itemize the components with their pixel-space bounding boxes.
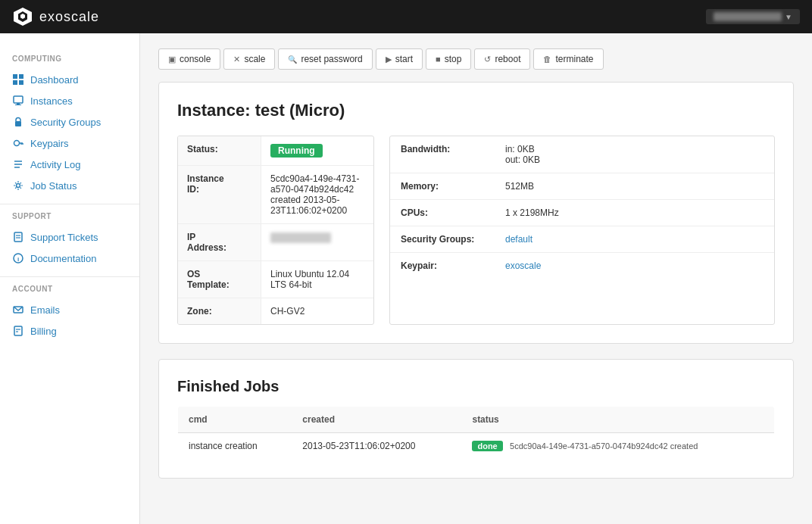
console-label: console xyxy=(180,54,211,64)
svg-rect-19 xyxy=(14,232,22,242)
sidebar-item-instances-label: Instances xyxy=(30,95,73,107)
terminate-icon: 🗑 xyxy=(543,55,551,64)
ip-row: IPAddress: xyxy=(178,224,373,261)
console-button[interactable]: ▣ console xyxy=(158,48,220,70)
status-value: Running xyxy=(261,136,373,165)
svg-point-11 xyxy=(14,141,20,146)
logo: exoscale xyxy=(12,6,99,27)
sidebar-item-dashboard[interactable]: Dashboard xyxy=(0,69,139,90)
job-status: done 5cdc90a4-149e-4731-a570-0474b924dc4… xyxy=(461,433,774,460)
status-label: Status: xyxy=(178,136,261,165)
main-content: ▣ console ✕ scale 🔍 reset password ▶ sta… xyxy=(140,33,812,524)
info-icon: i xyxy=(12,252,24,264)
key-icon xyxy=(12,137,24,149)
terminate-button[interactable]: 🗑 terminate xyxy=(533,48,603,70)
cpus-value: 1 x 2198MHz xyxy=(496,200,568,226)
sidebar-item-emails[interactable]: Emails xyxy=(0,299,139,320)
bandwidth-out: out: 0KB xyxy=(505,154,540,165)
reset-password-button[interactable]: 🔍 reset password xyxy=(278,48,372,70)
keypair-link[interactable]: exoscale xyxy=(505,260,541,271)
bandwidth-in: in: 0KB xyxy=(505,144,540,154)
svg-rect-9 xyxy=(15,104,21,105)
instance-id-text: 5cdc90a4-149e-4731-a570-0474b924dc42 xyxy=(270,173,359,195)
instance-right-table: Bandwidth: in: 0KB out: 0KB Memory: 512M… xyxy=(389,136,775,325)
account-section-label: ACCOUNT xyxy=(0,285,139,299)
sidebar-item-security-groups[interactable]: Security Groups xyxy=(0,111,139,133)
svg-rect-10 xyxy=(15,121,21,126)
terminate-label: terminate xyxy=(555,54,593,64)
grid-icon xyxy=(12,73,24,86)
stop-label: stop xyxy=(445,54,462,64)
bandwidth-row: Bandwidth: in: 0KB out: 0KB xyxy=(390,136,774,173)
os-row: OSTemplate: Linux Ubuntu 12.04 LTS 64-bi… xyxy=(178,261,373,298)
cpus-row: CPUs: 1 x 2198MHz xyxy=(390,200,774,226)
memory-row: Memory: 512MB xyxy=(390,173,774,200)
sidebar-item-emails-label: Emails xyxy=(30,304,60,316)
finished-jobs-title: Finished Jobs xyxy=(177,378,775,395)
svg-rect-6 xyxy=(19,80,23,85)
ip-blur xyxy=(270,232,331,243)
jobs-table: cmd created status instance creation 201… xyxy=(177,406,775,460)
reboot-icon: ↺ xyxy=(484,55,491,64)
sidebar-item-activity-log[interactable]: Activity Log xyxy=(0,154,139,175)
sidebar-item-support-tickets-label: Support Tickets xyxy=(30,232,98,243)
svg-rect-5 xyxy=(13,80,17,85)
job-result: 5cdc90a4-149e-4731-a570-0474b924dc42 cre… xyxy=(510,441,698,451)
toolbar: ▣ console ✕ scale 🔍 reset password ▶ sta… xyxy=(158,48,794,70)
jobs-col-cmd: cmd xyxy=(178,407,292,433)
zone-value: CH-GV2 xyxy=(261,298,373,324)
user-blur xyxy=(714,12,782,21)
document-icon xyxy=(12,325,24,337)
security-groups-label: Security Groups: xyxy=(390,226,496,252)
jobs-col-status: status xyxy=(461,407,774,433)
security-groups-link[interactable]: default xyxy=(505,234,532,245)
header-user[interactable]: ▼ xyxy=(706,9,800,24)
sidebar: COMPUTING Dashboard Instances Security G… xyxy=(0,33,140,524)
reset-password-icon: 🔍 xyxy=(288,55,297,64)
memory-label: Memory: xyxy=(390,173,496,199)
keypair-row: Keypair: exoscale xyxy=(390,253,774,279)
sidebar-item-documentation[interactable]: i Documentation xyxy=(0,248,139,269)
sidebar-item-dashboard-label: Dashboard xyxy=(30,74,79,86)
os-label: OSTemplate: xyxy=(178,261,261,298)
stop-button[interactable]: ■ stop xyxy=(426,48,471,70)
console-icon: ▣ xyxy=(168,55,176,64)
instance-left-table: Status: Running InstanceID: 5cdc90a4-149… xyxy=(177,136,374,325)
scale-button[interactable]: ✕ scale xyxy=(223,48,275,70)
sidebar-item-billing-label: Billing xyxy=(30,326,57,337)
jobs-table-header: cmd created status xyxy=(178,407,775,433)
sidebar-divider-1 xyxy=(0,204,139,204)
reset-password-label: reset password xyxy=(301,54,362,64)
stop-icon: ■ xyxy=(436,55,441,64)
zone-row: Zone: CH-GV2 xyxy=(178,298,373,324)
status-row: Status: Running xyxy=(178,136,373,166)
layout: COMPUTING Dashboard Instances Security G… xyxy=(0,33,812,524)
start-label: start xyxy=(395,54,413,64)
done-badge: done xyxy=(472,441,502,451)
svg-point-18 xyxy=(17,184,20,188)
keypair-value: exoscale xyxy=(496,253,550,279)
jobs-col-created: created xyxy=(292,407,461,433)
svg-rect-8 xyxy=(17,103,20,104)
sidebar-item-instances[interactable]: Instances xyxy=(0,90,139,111)
sidebar-item-security-groups-label: Security Groups xyxy=(30,117,101,128)
sidebar-item-documentation-label: Documentation xyxy=(30,253,96,264)
start-button[interactable]: ▶ start xyxy=(376,48,423,70)
bandwidth-label: Bandwidth: xyxy=(390,136,496,162)
sidebar-item-billing[interactable]: Billing xyxy=(0,320,139,342)
instance-card: Instance: test (Micro) Status: Running I… xyxy=(158,82,794,344)
list-icon xyxy=(12,158,24,170)
support-section-label: SUPPORT xyxy=(0,212,139,226)
finished-jobs-section: Finished Jobs cmd created status instanc… xyxy=(158,359,794,479)
sidebar-item-support-tickets[interactable]: Support Tickets xyxy=(0,226,139,248)
sidebar-item-keypairs[interactable]: Keypairs xyxy=(0,133,139,154)
security-groups-value: default xyxy=(496,226,542,252)
keypair-label: Keypair: xyxy=(390,253,496,279)
sidebar-item-job-status[interactable]: Job Status xyxy=(0,175,139,196)
email-icon xyxy=(12,304,24,316)
sidebar-divider-2 xyxy=(0,276,139,277)
svg-text:i: i xyxy=(17,256,19,263)
reboot-button[interactable]: ↺ reboot xyxy=(474,48,530,70)
start-icon: ▶ xyxy=(386,55,392,64)
scale-label: scale xyxy=(244,54,265,64)
